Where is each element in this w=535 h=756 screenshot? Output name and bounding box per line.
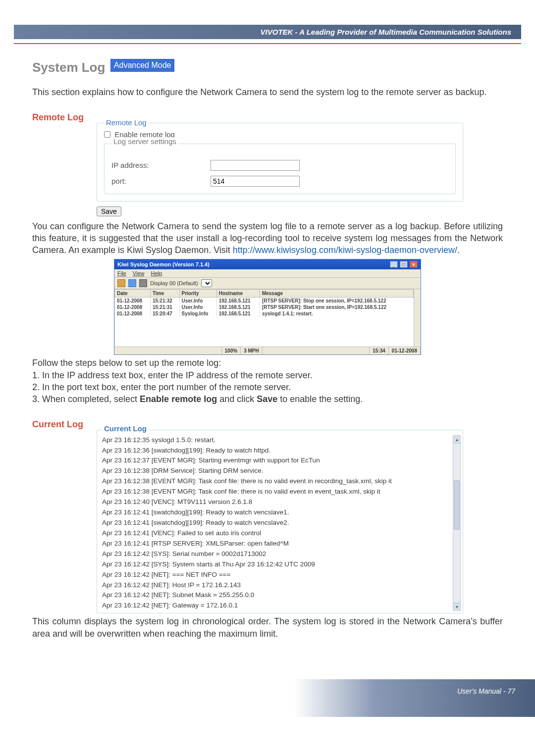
kiwi-toolbar-icon-2[interactable] [128,279,136,287]
kiwi-col-priority: Priority [179,290,216,298]
log-line: Apr 23 16:12:41 [swatchdog][199]: Ready … [102,518,450,528]
current-log-lines: Apr 23 16:12:35 syslogd 1.5.0: restart.A… [102,435,450,611]
kiwi-display-label: Display 00 (Default) [150,280,198,286]
kiwi-log-table: Date Time Priority Hostname Message 01-1… [114,289,414,347]
intro-paragraph: This section explains how to configure t… [32,86,503,98]
log-line: Apr 23 16:12:37 [EVENT MGR]: Starting ev… [102,455,450,466]
kiwi-menu-view[interactable]: View [133,270,145,276]
kiwi-col-hostname: Hostname [216,290,260,298]
scroll-up-icon[interactable]: ▴ [453,436,460,444]
kiwi-log-row-blank [115,329,414,335]
kiwi-toolbar: Display 00 (Default) [114,278,421,289]
kiwi-status-pct: 100% [222,347,241,354]
ip-address-label: IP address: [111,161,211,169]
footer-text: User's Manual - 77 [0,681,535,715]
kiwi-log-row: 01-12-200815:21:31User.Info192.168.5.121… [115,304,414,310]
steps-intro: Follow the steps below to set up the rem… [32,357,503,369]
kiwi-col-time: Time [150,290,179,298]
log-line: Apr 23 16:12:38 [DRM Service]: Starting … [102,466,450,476]
remote-log-fieldset-legend: Remote Log [104,118,149,127]
kiwi-status-date: 01-12-2008 [389,347,421,354]
header-divider [14,43,521,44]
kiwi-log-row-blank [115,317,414,323]
kiwi-menu-bar: File View Help [114,269,421,278]
remote-log-heading: Remote Log [32,112,503,123]
port-label: port: [111,177,211,185]
log-line: Apr 23 16:12:38 [EVENT MGR]: Task conf f… [102,487,450,497]
kiwi-log-row-blank [115,323,414,329]
log-line: Apr 23 16:12:42 [SYS]: System starts at … [102,559,450,570]
minimize-icon[interactable]: _ [390,261,398,268]
current-log-scrollbar[interactable]: ▴ ▾ [453,435,461,611]
scroll-thumb[interactable] [454,480,460,530]
kiwi-paragraph: You can configure the Network Camera to … [32,220,503,256]
kiwi-log-row: 01-12-200815:20:47Syslog.Info192.168.5.1… [115,310,414,317]
advanced-mode-badge: Advanced Mode [110,59,175,72]
page-title: System Log [32,60,105,75]
steps-block: Follow the steps below to set up the rem… [32,357,503,405]
log-server-settings-legend: Log server settings [111,137,178,146]
kiwi-log-row-blank [115,335,414,341]
log-line: Apr 23 16:12:36 [swatchdog][199]: Ready … [102,446,450,456]
log-line: Apr 23 16:12:42 [NET]: Gateway = 172.16.… [102,601,450,611]
title-row: System Log Advanced Mode [32,59,503,75]
log-line: Apr 23 16:12:42 [SYS]: Serial number = 0… [102,549,450,559]
kiwi-toolbar-icon-1[interactable] [117,279,125,287]
close-icon[interactable]: × [410,261,418,268]
save-button[interactable]: Save [97,206,121,216]
log-line: Apr 23 16:12:41 [swatchdog][199]: Ready … [102,507,450,518]
kiwi-display-select[interactable] [201,279,212,287]
remote-log-form: Remote Log Enable remote log Log server … [97,123,463,202]
footer-bar: User's Manual - 77 [0,679,535,717]
log-line: Apr 23 16:12:35 syslogd 1.5.0: restart. [102,435,450,446]
kiwi-log-row-blank [115,341,414,347]
kiwi-scrollbar[interactable] [414,289,421,347]
log-line: Apr 23 16:12:42 [NET]: Host IP = 172.16.… [102,580,450,591]
kiwi-status-mph: 3 MPH [241,347,263,354]
log-line: Apr 23 16:12:40 [VENC]: MT9V111 version … [102,497,450,507]
kiwi-link[interactable]: http://www.kiwisyslog.com/kiwi-syslog-da… [233,245,457,255]
log-line: Apr 23 16:12:41 [VENC]: Failed to set au… [102,528,450,539]
step-1: 1. In the IP address text box, enter the… [32,369,503,381]
kiwi-window-buttons: _ □ × [389,261,418,268]
port-input[interactable] [211,176,300,187]
kiwi-status-time: 15:34 [370,347,389,354]
current-log-legend: Current Log [102,424,149,433]
kiwi-menu-file[interactable]: File [117,270,126,276]
kiwi-status-bar: 100% 3 MPH 15:34 01-12-2008 [114,347,421,354]
current-log-panel: Current Log Apr 23 16:12:35 syslogd 1.5.… [97,430,463,614]
kiwi-col-message: Message [260,290,413,298]
log-line: Apr 23 16:12:41 [RTSP SERVER]: XMLSParse… [102,539,450,549]
kiwi-col-date: Date [115,290,151,298]
log-line: Apr 23 16:12:42 [NET]: === NET INFO === [102,570,450,580]
kiwi-paragraph-suffix: . [457,245,460,255]
kiwi-toolbar-icon-3[interactable] [139,279,147,287]
doc-header-tagline: VIVOTEK - A Leading Provider of Multimed… [14,25,521,39]
kiwi-log-row: 01-12-200815:21:32User.Info192.168.5.121… [115,298,414,304]
ip-address-input[interactable] [211,160,300,171]
maximize-icon[interactable]: □ [400,261,408,268]
log-line: Apr 23 16:12:42 [NET]: Subnet Mask = 255… [102,590,450,601]
kiwi-syslog-window: Kiwi Syslog Daemon (Version 7.1.4) _ □ ×… [114,259,421,355]
closing-paragraph: This column displays the system log in c… [32,615,503,640]
kiwi-window-title: Kiwi Syslog Daemon (Version 7.1.4) [117,261,210,267]
step-3: 3. When completed, select Enable remote … [32,393,503,405]
step-2: 2. In the port text box, enter the port … [32,381,503,393]
kiwi-menu-help[interactable]: Help [151,270,162,276]
log-line: Apr 23 16:12:38 [EVENT MGR]: Task conf f… [102,476,450,487]
scroll-down-icon[interactable]: ▾ [453,603,460,610]
enable-remote-log-checkbox[interactable] [104,131,110,138]
